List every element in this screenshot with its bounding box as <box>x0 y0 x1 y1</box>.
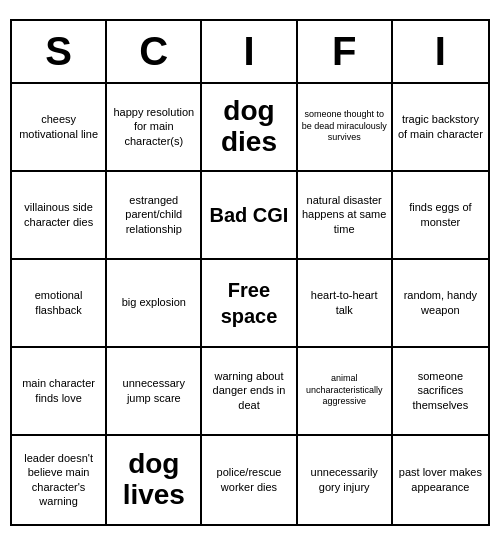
bingo-grid: cheesy motivational linehappy resolution… <box>12 84 488 524</box>
bingo-header: S C I F I <box>12 21 488 84</box>
bingo-cell-2[interactable]: dog dies <box>202 84 297 172</box>
bingo-cell-16[interactable]: unnecessary jump scare <box>107 348 202 436</box>
bingo-cell-21[interactable]: dog lives <box>107 436 202 524</box>
bingo-cell-22[interactable]: police/rescue worker dies <box>202 436 297 524</box>
bingo-cell-10[interactable]: emotional flashback <box>12 260 107 348</box>
header-i2: I <box>393 21 488 82</box>
bingo-cell-20[interactable]: leader doesn't believe main character's … <box>12 436 107 524</box>
header-c: C <box>107 21 202 82</box>
bingo-cell-9[interactable]: finds eggs of monster <box>393 172 488 260</box>
bingo-cell-0[interactable]: cheesy motivational line <box>12 84 107 172</box>
bingo-card: S C I F I cheesy motivational linehappy … <box>10 19 490 526</box>
bingo-cell-3[interactable]: someone thought to be dead miraculously … <box>298 84 393 172</box>
bingo-cell-8[interactable]: natural disaster happens at same time <box>298 172 393 260</box>
bingo-cell-7[interactable]: Bad CGI <box>202 172 297 260</box>
bingo-cell-11[interactable]: big explosion <box>107 260 202 348</box>
header-s: S <box>12 21 107 82</box>
bingo-cell-5[interactable]: villainous side character dies <box>12 172 107 260</box>
bingo-cell-23[interactable]: unnecessarily gory injury <box>298 436 393 524</box>
bingo-cell-18[interactable]: animal uncharacteristically aggressive <box>298 348 393 436</box>
bingo-cell-12[interactable]: Free space <box>202 260 297 348</box>
bingo-cell-15[interactable]: main character finds love <box>12 348 107 436</box>
header-i1: I <box>202 21 297 82</box>
bingo-cell-6[interactable]: estranged parent/child relationship <box>107 172 202 260</box>
bingo-cell-1[interactable]: happy resolution for main character(s) <box>107 84 202 172</box>
header-f: F <box>298 21 393 82</box>
bingo-cell-17[interactable]: warning about danger ends in deat <box>202 348 297 436</box>
bingo-cell-14[interactable]: random, handy weapon <box>393 260 488 348</box>
bingo-cell-19[interactable]: someone sacrifices themselves <box>393 348 488 436</box>
bingo-cell-13[interactable]: heart-to-heart talk <box>298 260 393 348</box>
bingo-cell-4[interactable]: tragic backstory of main character <box>393 84 488 172</box>
bingo-cell-24[interactable]: past lover makes appearance <box>393 436 488 524</box>
